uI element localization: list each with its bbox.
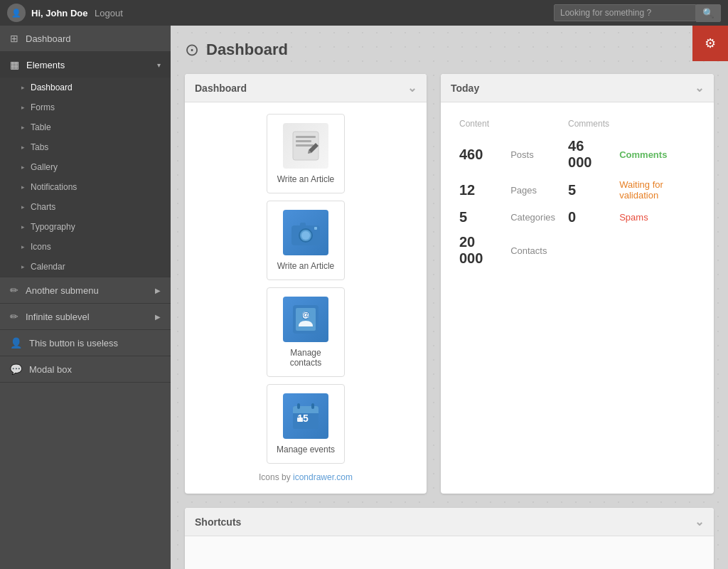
dashboard-panel-title: Dashboard: [195, 83, 247, 94]
sidebar-item-useless-button[interactable]: 👤 This button is useless: [0, 330, 171, 356]
shortcuts-panel-title: Shortcuts: [195, 516, 241, 528]
collapse-button[interactable]: ⌄: [407, 81, 417, 95]
shortcuts-panel: Shortcuts ⌄: [185, 508, 714, 569]
content-row: Dashboard ⌄: [185, 74, 714, 494]
sub-label-gallery: Gallery: [31, 162, 58, 172]
sidebar-item-typography[interactable]: Typography: [0, 217, 171, 237]
icon-item-manage-contacts[interactable]: @ Manage contacts: [267, 287, 345, 377]
icon-item-manage-events[interactable]: 15 Manage events: [267, 384, 345, 464]
sidebar-item-calendar[interactable]: Calendar: [0, 257, 171, 277]
sidebar-item-table[interactable]: Table: [0, 117, 171, 137]
topbar-user: Hi, John Doe Logout: [31, 8, 123, 18]
svg-point-6: [301, 231, 310, 240]
icon-item-write-article-1[interactable]: Write an Article: [267, 114, 345, 193]
user-icon: 👤: [10, 337, 22, 349]
chat-icon: 💬: [10, 363, 22, 375]
sidebar-item-another-submenu[interactable]: ✏ Another submenu ▶: [0, 277, 171, 303]
content-header: Content: [454, 115, 561, 133]
sidebar-section-dashboard: ⊞ Dashboard: [0, 26, 171, 52]
calendar-icon: 15: [283, 393, 328, 439]
logout-link[interactable]: Logout: [95, 8, 123, 18]
empty-cell: [562, 230, 701, 270]
sidebar-section-useless: 👤 This button is useless: [0, 330, 171, 356]
today-panel-title: Today: [451, 83, 479, 94]
svg-text:15: 15: [297, 413, 309, 424]
chevron-down-icon: ▾: [157, 61, 161, 69]
dashboard-panel: Dashboard ⌄: [185, 74, 427, 494]
today-collapse-button[interactable]: ⌄: [695, 81, 704, 95]
modal-box-label: Modal box: [29, 364, 72, 375]
search-input[interactable]: [554, 4, 696, 21]
topbar-left: 👤 Hi, John Doe Logout: [7, 4, 123, 22]
sidebar-item-tabs[interactable]: Tabs: [0, 137, 171, 157]
count-pages: 12: [454, 176, 503, 204]
status-comments: Comments: [614, 134, 701, 174]
sidebar-section-another: ✏ Another submenu ▶: [0, 277, 171, 304]
today-panel-body: Content Comments 460 Posts 46 000 Commen…: [441, 102, 714, 283]
count-categories: 5: [454, 206, 503, 229]
svg-rect-7: [300, 223, 306, 227]
shortcuts-panel-body: [185, 536, 714, 569]
sidebar-section-elements: ▦ Elements ▾ Dashboard Forms Table Tabs: [0, 52, 171, 277]
sidebar-dashboard-label: Dashboard: [26, 33, 71, 44]
label-pages: Pages: [505, 176, 561, 204]
infinite-sublevel-label: Infinite sublevel: [26, 312, 90, 322]
topbar: 👤 Hi, John Doe Logout 🔍: [0, 0, 728, 26]
page-title: Dashboard: [206, 41, 288, 59]
sub-label-typography: Typography: [31, 222, 75, 232]
useless-button-label: This button is useless: [29, 338, 118, 349]
sidebar-item-icons[interactable]: Icons: [0, 237, 171, 257]
svg-rect-2: [296, 140, 311, 142]
today-panel: Today ⌄ Content Comments 460: [441, 74, 714, 494]
count-posts: 460: [454, 134, 503, 174]
sub-label-calendar: Calendar: [31, 262, 65, 272]
sub-label-forms: Forms: [31, 102, 55, 112]
gear-icon: ⚙: [705, 36, 716, 51]
icondrawer-link[interactable]: icondrawer.com: [293, 472, 353, 482]
sub-label-notifications: Notifications: [31, 182, 77, 192]
sidebar-item-modal-box[interactable]: 💬 Modal box: [0, 356, 171, 382]
sidebar: ⊞ Dashboard ▦ Elements ▾ Dashboard Forms…: [0, 26, 171, 569]
table-row: 12 Pages 5 Waiting for validation: [454, 176, 701, 204]
comments-header: Comments: [562, 115, 701, 133]
count-comments: 46 000: [562, 134, 612, 174]
dashboard-panel-header: Dashboard ⌄: [185, 74, 427, 102]
sidebar-section-modal: 💬 Modal box: [0, 356, 171, 383]
sidebar-item-forms[interactable]: Forms: [0, 97, 171, 117]
today-panel-header: Today ⌄: [441, 74, 714, 102]
svg-rect-16: [297, 403, 300, 409]
svg-rect-1: [296, 136, 316, 138]
today-table: Content Comments 460 Posts 46 000 Commen…: [452, 114, 702, 272]
sidebar-item-notifications[interactable]: Notifications: [0, 177, 171, 197]
search-button[interactable]: 🔍: [696, 4, 721, 22]
search-form: 🔍: [554, 4, 721, 22]
icon-label-write-2: Write an Article: [274, 261, 337, 271]
infinite-icon: ✏: [10, 311, 18, 322]
count-waiting: 5: [562, 176, 612, 204]
sub-label-charts: Charts: [31, 202, 55, 212]
sidebar-item-dashboard-main[interactable]: ⊞ Dashboard: [0, 26, 171, 51]
sidebar-item-charts[interactable]: Charts: [0, 197, 171, 217]
dashboard-panel-body: Write an Article: [185, 102, 427, 494]
page-header: ⊙ Dashboard: [185, 40, 714, 60]
settings-button[interactable]: ⚙: [692, 26, 728, 61]
icon-item-write-article-2[interactable]: Write an Article: [267, 201, 345, 280]
dashboard-page-icon: ⊙: [185, 40, 199, 60]
count-contacts: 20 000: [454, 230, 503, 270]
article-icon-1: [283, 123, 328, 169]
sidebar-item-gallery[interactable]: Gallery: [0, 157, 171, 177]
svg-rect-17: [311, 403, 314, 409]
table-row: 20 000 Contacts: [454, 230, 701, 270]
sidebar-item-elements[interactable]: ▦ Elements ▾: [0, 52, 171, 78]
count-spams: 0: [562, 206, 612, 229]
greeting-label: Hi,: [31, 8, 43, 18]
svg-text:@: @: [301, 310, 310, 320]
sidebar-item-dashboard-sub[interactable]: Dashboard: [0, 78, 171, 97]
shortcuts-collapse-button[interactable]: ⌄: [695, 515, 704, 528]
elements-icon: ▦: [10, 59, 19, 70]
sub-label-table: Table: [31, 122, 51, 132]
table-row: 460 Posts 46 000 Comments: [454, 134, 701, 174]
sidebar-item-infinite-sublevel[interactable]: ✏ Infinite sublevel ▶: [0, 304, 171, 329]
label-categories: Categories: [505, 206, 561, 229]
avatar: 👤: [7, 4, 26, 22]
